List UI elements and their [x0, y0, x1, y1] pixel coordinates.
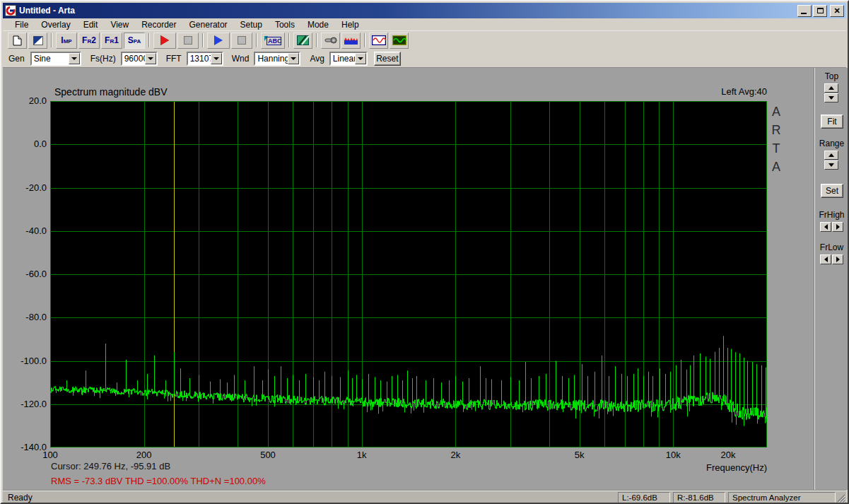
color-scheme-button[interactable] — [28, 33, 47, 49]
menu-item-generator[interactable]: Generator — [183, 19, 234, 30]
menu-item-help[interactable]: Help — [335, 19, 365, 30]
toolbar-separator — [256, 33, 257, 47]
maximize-button[interactable] — [813, 5, 827, 17]
arrow-right-icon — [836, 257, 840, 262]
microphone-calibration-button[interactable] — [321, 33, 340, 49]
fit-button[interactable]: Fit — [821, 115, 843, 129]
cursor-readout: Cursor: 249.76 Hz, -95.91 dB — [51, 461, 170, 471]
spectrum-scope-button[interactable] — [390, 33, 409, 49]
arrow-left-icon — [824, 257, 828, 262]
gen-label: Gen — [8, 54, 25, 64]
imp-mode-button[interactable]: Imp — [56, 33, 77, 49]
arta-logo-icon — [6, 6, 16, 16]
arrow-down-icon — [828, 96, 834, 100]
x-tick-label: 10k — [666, 450, 681, 460]
menu-item-recorder[interactable]: Recorder — [135, 19, 182, 30]
minimize-button[interactable] — [797, 5, 812, 17]
play-button[interactable] — [207, 33, 230, 49]
chart-area: Spectrum magnitude dBV Left Avg:40 20.00… — [3, 68, 849, 490]
range-up-button[interactable] — [824, 151, 838, 160]
wnd-label: Wnd — [232, 54, 250, 64]
app-icon[interactable] — [5, 5, 16, 16]
generator-scope-button[interactable] — [369, 33, 388, 49]
record-stop-icon — [184, 36, 192, 45]
y-tick-label: -40.0 — [3, 226, 47, 236]
gen-select[interactable]: Sine — [30, 52, 81, 66]
chevron-down-icon[interactable] — [355, 53, 366, 64]
stop-button[interactable] — [231, 33, 252, 49]
menu-item-tools[interactable]: Tools — [269, 19, 301, 30]
fft-select[interactable]: 131072 — [187, 52, 223, 66]
x-axis-title: Frequency(Hz) — [568, 462, 767, 473]
fr1-mode-button[interactable]: Fr1 — [101, 33, 122, 49]
chevron-down-icon[interactable] — [145, 53, 156, 64]
watermark-letter: R — [769, 121, 783, 139]
fs-select[interactable]: 96000 — [121, 52, 158, 66]
spectrum-plot[interactable] — [50, 101, 767, 447]
status-text: Ready — [8, 493, 33, 503]
spa-mode-button[interactable]: Spa — [124, 33, 145, 49]
scale-side-panel: Top Fit Range Set FrHigh FrLow — [814, 68, 849, 490]
arrow-up-icon — [828, 153, 834, 157]
chevron-down-icon[interactable] — [288, 53, 299, 64]
menu-item-overlay[interactable]: Overlay — [35, 19, 76, 30]
arta-watermark: ARTA — [769, 102, 783, 176]
overlay-button[interactable] — [293, 33, 312, 49]
frhigh-label: FrHigh — [814, 210, 849, 220]
status-bar: Ready L:-69.6dB R:-81.6dB Spectrum Analy… — [3, 490, 846, 504]
y-tick-label: -100.0 — [3, 356, 47, 366]
frhigh-left-button[interactable] — [820, 222, 831, 232]
watermark-letter: T — [769, 139, 783, 158]
x-tick-label: 1k — [357, 450, 367, 460]
sine-scope-icon — [372, 35, 386, 45]
menu-item-setup[interactable]: Setup — [234, 19, 269, 30]
chevron-down-icon[interactable] — [69, 53, 80, 64]
new-file-button[interactable] — [8, 33, 27, 49]
fr2-mode-button[interactable]: Fr2 — [78, 33, 100, 49]
close-icon: ✕ — [833, 7, 840, 15]
y-tick-label: -80.0 — [3, 312, 47, 322]
record-stop-button[interactable] — [177, 33, 199, 49]
measurement-controls: Gen Sine Fs(Hz) 96000 FFT 131072 Wnd Han… — [3, 49, 846, 68]
play-icon — [214, 35, 223, 45]
rms-thd-readout: RMS = -73.3 dBV THD =100.00% THD+N =100.… — [51, 476, 266, 486]
toolbar-separator — [51, 33, 52, 47]
range-down-button[interactable] — [824, 160, 838, 170]
fs-label: Fs(Hz) — [90, 54, 116, 64]
x-tick-label: 20k — [721, 450, 736, 460]
y-tick-label: -20.0 — [3, 183, 47, 193]
channel-averaging-info: Left Avg:40 — [568, 86, 767, 97]
close-button[interactable]: ✕ — [830, 5, 844, 17]
arrow-up-icon — [828, 86, 834, 90]
toolbar-separator — [148, 33, 150, 47]
marker-label-button[interactable]: ABC — [261, 33, 285, 49]
chevron-down-icon[interactable] — [211, 53, 222, 64]
resize-grip[interactable] — [836, 493, 845, 503]
avg-select[interactable]: Linear — [329, 52, 368, 66]
frhigh-right-button[interactable] — [832, 222, 843, 232]
overlay-icon — [297, 35, 309, 45]
y-tick-label: -60.0 — [3, 269, 47, 279]
frhigh-spinner — [820, 222, 844, 232]
reset-button[interactable]: Reset — [374, 52, 401, 66]
menu-item-file[interactable]: File — [8, 19, 35, 30]
top-up-button[interactable] — [824, 83, 838, 93]
menu-item-mode[interactable]: Mode — [301, 19, 335, 30]
top-down-button[interactable] — [824, 93, 838, 102]
set-button[interactable]: Set — [821, 184, 843, 198]
signal-level-button[interactable] — [341, 33, 361, 49]
right-level-panel: R:-81.6dB — [673, 492, 725, 503]
window-title: Untitled - Arta — [19, 6, 796, 16]
menu-item-view[interactable]: View — [104, 19, 135, 30]
frlow-left-button[interactable] — [820, 254, 831, 264]
arrow-left-icon — [824, 224, 828, 230]
y-tick-label: 20.0 — [3, 96, 47, 106]
wnd-select[interactable]: Hanning — [254, 52, 300, 66]
menu-item-edit[interactable]: Edit — [77, 19, 105, 30]
record-start-button[interactable] — [153, 33, 176, 49]
new-file-icon — [13, 35, 22, 46]
left-level-panel: L:-69.6dB — [618, 492, 670, 503]
range-spinner — [824, 151, 838, 170]
spectrum-canvas[interactable] — [50, 101, 767, 447]
frlow-right-button[interactable] — [832, 254, 843, 264]
